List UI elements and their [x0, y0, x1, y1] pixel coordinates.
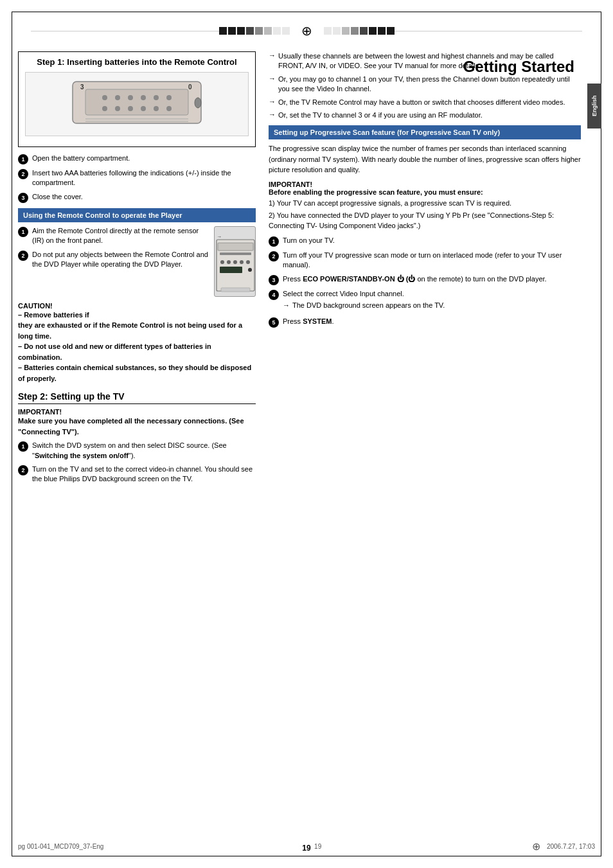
footer-right-area: ⊕ 2006.7.27, 17:03: [532, 840, 595, 853]
svg-point-6: [115, 106, 120, 111]
right-pattern: [324, 27, 395, 35]
sub-arrow: → The DVD background screen appears on t…: [283, 301, 445, 310]
svg-point-26: [246, 260, 250, 264]
right-num-icon-4: 4: [269, 290, 279, 300]
svg-point-9: [154, 95, 159, 100]
right-num-text-4: Select the correct Video Input channel. …: [283, 289, 445, 313]
svg-point-2: [102, 95, 107, 100]
svg-point-16: [195, 98, 201, 108]
svg-point-8: [141, 95, 146, 100]
svg-rect-27: [220, 267, 242, 273]
caution-line3: – Do not use old and new or different ty…: [18, 341, 256, 362]
right-num-text-1: Turn on your TV.: [283, 236, 335, 245]
remote-item-2: 2 Do not put any objects between the Rem…: [18, 250, 210, 270]
using-remote-section: 1 Aim the Remote Control directly at the…: [18, 226, 256, 297]
prog-scan-text: The progressive scan display twice the n…: [269, 143, 581, 175]
step2-text-1: Switch the DVD system on and then select…: [32, 441, 256, 461]
crosshair-icon: ⊕: [301, 23, 312, 39]
svg-point-5: [102, 106, 107, 111]
right-num-icon-2: 2: [269, 251, 279, 261]
svg-point-12: [154, 106, 159, 111]
step1-item-2: 2 Insert two AAA batteries following the…: [18, 168, 256, 188]
remote-num-2: 2: [18, 251, 28, 261]
arrow-icon-2: →: [269, 75, 276, 82]
footer-right: 2006.7.27, 17:03: [547, 843, 595, 850]
step1-text-1: Open the battery compartment.: [32, 154, 130, 163]
arrow-text-1: Usually these channels are between the l…: [278, 51, 581, 71]
remote-svg: 3 0: [60, 75, 214, 133]
step2-num-2: 2: [18, 465, 28, 475]
page-number-area: 19: [302, 844, 310, 853]
language-tab: English: [587, 84, 601, 128]
svg-rect-20: [218, 243, 253, 251]
right-important-label: IMPORTANT!: [269, 181, 581, 188]
page-border-left: [12, 12, 12, 856]
main-content: Step 1: Inserting batteries into the Rem…: [18, 51, 581, 829]
step2-num-1: 1: [18, 441, 28, 452]
arrow-icon-1: →: [269, 51, 276, 59]
arrow-text-4: Or, set the TV to channel 3 or 4 if you …: [278, 111, 483, 120]
arrow-2: → Or, you may go to channel 1 on your TV…: [269, 75, 581, 94]
caution-line4: – Batteries contain chemical substances,…: [18, 362, 256, 384]
header-line-left: [31, 31, 219, 31]
svg-rect-29: [221, 288, 250, 292]
step2-important-label: IMPORTANT!: [18, 408, 256, 416]
sub-arrow-icon: →: [283, 301, 290, 310]
remote-item-1: 1 Aim the Remote Control directly at the…: [18, 226, 210, 246]
device-illustration: →: [214, 226, 256, 297]
right-num-3: 3 Press ECO POWER/STANDBY-ON ⏻ (⏻ on the…: [269, 274, 581, 285]
footer-left: pg 001-041_MCD709_37-Eng: [18, 843, 103, 850]
step1-num-3: 3: [18, 193, 28, 203]
step1-num-2: 2: [18, 169, 28, 179]
step2-item-2: 2 Turn on the TV and set to the correct …: [18, 465, 256, 484]
svg-point-22: [220, 260, 224, 264]
left-pattern: [219, 27, 290, 35]
device-svg: →: [215, 227, 256, 297]
right-num-icon-5: 5: [269, 317, 279, 328]
remote-text-1: Aim the Remote Control directly at the r…: [32, 226, 210, 246]
right-num-4: 4 Select the correct Video Input channel…: [269, 289, 581, 313]
prog-scan-title: Setting up Progressive Scan feature (for…: [274, 128, 500, 136]
svg-point-10: [166, 95, 172, 100]
step2-title: Step 2: Setting up the TV: [18, 391, 256, 404]
svg-point-23: [227, 260, 231, 264]
caution-line1: – Remove batteries if: [18, 310, 256, 321]
step2-item-1: 1 Switch the DVD system on and then sele…: [18, 441, 256, 461]
right-num-icon-1: 1: [269, 236, 279, 247]
right-num-5: 5 Press SYSTEM.: [269, 317, 581, 328]
page-number: 19: [302, 844, 310, 853]
arrow-4: → Or, set the TV to channel 3 or 4 if yo…: [269, 111, 581, 120]
right-column: → Usually these channels are between the…: [269, 51, 581, 829]
crosshair-footer: ⊕: [532, 840, 540, 853]
svg-point-24: [233, 260, 237, 264]
header-line-right: [395, 31, 583, 31]
arrow-text-2: Or, you may go to channel 1 on your TV, …: [278, 75, 581, 94]
svg-text:3: 3: [80, 84, 84, 91]
right-important-section: IMPORTANT! Before enabling the progressi…: [269, 181, 581, 231]
page-border-bottom: [12, 856, 601, 856]
header-pattern: ⊕: [12, 23, 601, 39]
step2-section: Step 2: Setting up the TV IMPORTANT! Mak…: [18, 391, 256, 484]
page-border-right: [601, 12, 601, 856]
arrow-icon-3: →: [269, 98, 276, 105]
step1-text-2: Insert two AAA batteries following the i…: [32, 168, 256, 188]
step1-item-3: 3 Close the cover.: [18, 192, 256, 203]
right-num-2: 2 Turn off your TV progressive scan mode…: [269, 251, 581, 270]
svg-rect-21: [220, 252, 251, 255]
remote-num-1: 1: [18, 227, 28, 237]
footer-middle: 19: [314, 843, 321, 850]
using-remote-box: Using the Remote Control to operate the …: [18, 208, 256, 222]
arrow-3: → Or, the TV Remote Control may have a b…: [269, 98, 581, 107]
prog-scan-box: Setting up Progressive Scan feature (for…: [269, 125, 581, 139]
step1-text-3: Close the cover.: [32, 192, 83, 202]
svg-point-4: [128, 95, 133, 100]
right-important-bold: Before enabling the progressive scan fea…: [269, 188, 581, 196]
right-important-item-1: 1) Your TV can accept progressive signal…: [269, 199, 581, 208]
svg-point-3: [115, 95, 120, 100]
step1-box: Step 1: Inserting batteries into the Rem…: [18, 51, 256, 147]
using-remote-items: 1 Aim the Remote Control directly at the…: [18, 226, 210, 297]
arrow-text-3: Or, the TV Remote Control may have a but…: [278, 98, 565, 107]
arrow-1: → Usually these channels are between the…: [269, 51, 581, 71]
step1-title: Step 1: Inserting batteries into the Rem…: [25, 57, 249, 67]
step1-item-1: 1 Open the battery compartment.: [18, 154, 256, 164]
